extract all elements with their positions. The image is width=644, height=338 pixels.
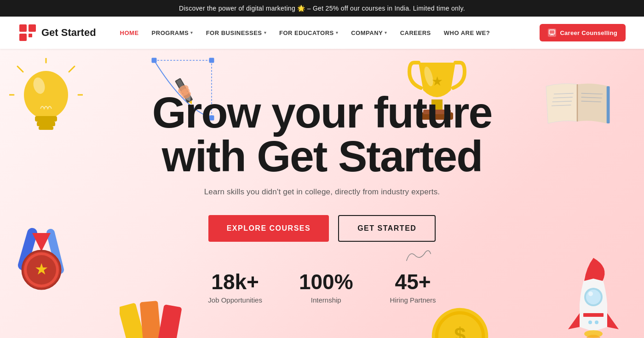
svg-line-34 — [553, 97, 573, 98]
nav-programs[interactable]: PROGRAMS ▾ — [146, 26, 199, 40]
deco-book — [538, 76, 616, 136]
svg-point-10 — [24, 71, 68, 119]
svg-point-53 — [588, 321, 592, 324]
svg-rect-49 — [583, 313, 604, 317]
svg-point-43 — [27, 255, 56, 285]
svg-point-42 — [24, 252, 59, 287]
svg-point-11 — [32, 76, 46, 95]
svg-point-58 — [432, 308, 489, 338]
main-nav: HOME PROGRAMS ▾ FOR BUSINESSES ▾ FOR EDU… — [115, 24, 626, 41]
nav-careers[interactable]: CAREERS — [395, 26, 437, 40]
svg-point-59 — [435, 311, 485, 338]
svg-line-36 — [552, 105, 571, 106]
hero-buttons: EXPLORE COURSES GET STARTED — [152, 215, 492, 242]
hero-section: ★ — [0, 49, 644, 338]
logo-link[interactable]: Get Started — [18, 23, 96, 42]
explore-courses-button[interactable]: EXPLORE COURSES — [208, 215, 329, 242]
svg-rect-14 — [39, 126, 53, 130]
hero-title: Grow your future with Get Started — [152, 91, 492, 178]
svg-line-6 — [17, 66, 23, 72]
nav-company[interactable]: COMPANY ▾ — [345, 26, 392, 40]
svg-point-54 — [595, 321, 598, 324]
svg-line-39 — [581, 101, 601, 102]
svg-rect-16 — [209, 58, 214, 63]
svg-point-45 — [22, 251, 61, 289]
stat-internship: 100% Internship — [299, 269, 353, 304]
stats-row: 18k+ Job Opportunities 100% Internship 4… — [152, 269, 492, 304]
nav-for-educators[interactable]: FOR EDUCATORS ▾ — [274, 26, 344, 40]
stat-number-partners: 45+ — [390, 269, 436, 294]
svg-point-60 — [438, 315, 482, 338]
deco-coin: $ — [428, 304, 492, 338]
hero-subtitle: Learn skills you didn't get in college, … — [152, 187, 492, 197]
stat-label-partners: Hiring Partners — [390, 296, 436, 304]
stat-number-internship: 100% — [299, 269, 353, 294]
svg-line-35 — [552, 101, 572, 102]
svg-line-7 — [69, 66, 75, 72]
svg-point-30 — [423, 66, 435, 87]
svg-line-33 — [554, 93, 574, 94]
svg-rect-12 — [35, 116, 57, 122]
top-banner: Discover the power of digital marketing … — [0, 0, 644, 17]
svg-line-37 — [581, 93, 603, 94]
svg-rect-1 — [29, 24, 36, 32]
nav-home[interactable]: HOME — [115, 26, 144, 40]
logo-text: Get Started — [41, 27, 96, 39]
deco-rocket — [557, 249, 630, 338]
counselling-icon — [548, 29, 556, 37]
svg-point-48 — [588, 291, 593, 296]
banner-text: Discover the power of digital marketing … — [179, 5, 465, 12]
company-chevron: ▾ — [385, 30, 387, 35]
svg-rect-0 — [19, 24, 27, 32]
svg-rect-56 — [140, 301, 162, 338]
stat-label-jobs: Job Opportunities — [208, 296, 262, 304]
svg-text:★: ★ — [34, 260, 48, 278]
nav-for-businesses[interactable]: FOR BUSINESSES ▾ — [201, 26, 272, 40]
svg-line-38 — [581, 97, 602, 98]
stat-label-internship: Internship — [299, 296, 353, 304]
svg-rect-40 — [607, 86, 610, 123]
header: Get Started HOME PROGRAMS ▾ FOR BUSINESS… — [0, 17, 644, 49]
get-started-button[interactable]: GET STARTED — [338, 215, 436, 242]
educators-chevron: ▾ — [336, 30, 339, 35]
svg-rect-57 — [156, 304, 182, 338]
svg-point-47 — [586, 290, 601, 304]
stat-job-opportunities: 18k+ Job Opportunities — [208, 269, 262, 304]
svg-rect-2 — [19, 34, 27, 41]
svg-text:$: $ — [454, 324, 466, 338]
svg-point-51 — [586, 335, 600, 338]
svg-rect-3 — [29, 34, 32, 37]
svg-rect-4 — [549, 30, 555, 34]
svg-text:★: ★ — [431, 74, 443, 88]
programs-chevron: ▾ — [190, 30, 193, 35]
nav-who-are-we[interactable]: WHO ARE WE? — [438, 26, 495, 40]
businesses-chevron: ▾ — [264, 30, 267, 35]
career-counselling-button[interactable]: Career Counselling — [540, 24, 626, 41]
deco-lightbulb — [9, 58, 83, 141]
deco-medal: ★ — [9, 210, 74, 284]
svg-rect-15 — [152, 58, 156, 63]
stat-number-jobs: 18k+ — [208, 269, 262, 294]
svg-rect-13 — [37, 122, 55, 126]
svg-point-46 — [584, 288, 603, 306]
deco-paint-swatches — [120, 299, 184, 338]
svg-point-41 — [22, 251, 61, 289]
hero-content: Grow your future with Get Started Learn … — [152, 91, 492, 304]
stat-hiring-partners: 45+ Hiring Partners — [390, 269, 436, 304]
svg-point-50 — [584, 330, 603, 338]
logo-icon — [18, 23, 37, 42]
svg-rect-55 — [120, 303, 148, 338]
